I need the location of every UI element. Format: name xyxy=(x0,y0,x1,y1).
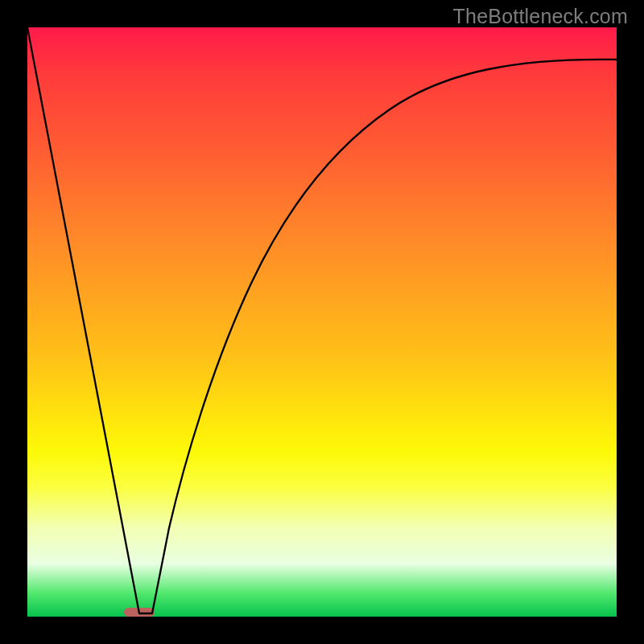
chart-frame: TheBottleneck.com xyxy=(0,0,644,644)
watermark-text: TheBottleneck.com xyxy=(453,5,628,28)
chart-svg xyxy=(27,27,617,617)
plot-area xyxy=(27,27,617,617)
bottleneck-curve xyxy=(27,27,617,613)
